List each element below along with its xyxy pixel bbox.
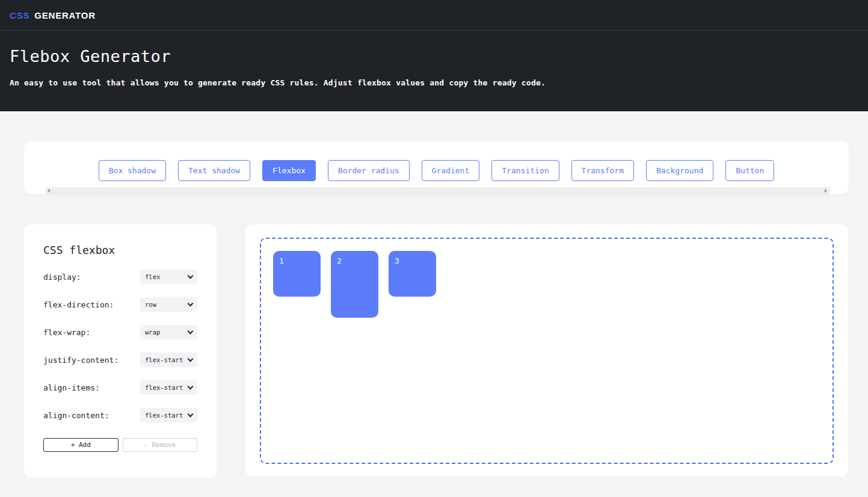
- flex-wrap-select[interactable]: wrap: [140, 325, 197, 339]
- tab-text-shadow[interactable]: Text shadow: [178, 160, 250, 181]
- chevron-down-icon: [188, 383, 194, 389]
- app-logo[interactable]: CSS GENERATOR: [10, 10, 96, 20]
- flexbox-preview-panel: 1 2 3: [245, 224, 848, 477]
- tab-border-radius[interactable]: Border radius: [328, 160, 410, 181]
- display-select-value: flex: [145, 273, 160, 280]
- chevron-down-icon: [188, 328, 194, 334]
- display-select[interactable]: flex: [140, 270, 197, 284]
- flex-preview-item-3[interactable]: 3: [389, 251, 436, 297]
- chevron-down-icon: [188, 356, 194, 362]
- align-content-label: align-content:: [43, 411, 109, 420]
- remove-item-button[interactable]: - Remove: [123, 438, 198, 452]
- control-row-align-items: align-items: flex-start: [43, 380, 197, 395]
- justify-content-select-value: flex-start: [145, 356, 183, 363]
- panel-title: CSS flexbox: [43, 244, 197, 256]
- logo-text-css: CSS: [10, 10, 29, 20]
- flex-preview-container: 1 2 3: [260, 238, 834, 464]
- flex-wrap-select-value: wrap: [145, 329, 160, 336]
- control-row-justify-content: justify-content: flex-start: [43, 353, 197, 367]
- align-items-select-value: flex-start: [145, 384, 183, 391]
- align-items-select[interactable]: flex-start: [140, 380, 197, 395]
- tabs-horizontal-scrollbar[interactable]: [45, 187, 830, 194]
- tab-button[interactable]: Button: [725, 160, 774, 181]
- control-row-flex-direction: flex-direction: row: [43, 297, 197, 312]
- tab-transition[interactable]: Transition: [491, 160, 559, 181]
- hero-section: Flebox Generator An easy to use tool tha…: [0, 31, 868, 111]
- control-row-align-content: align-content: flex-start: [43, 408, 197, 422]
- display-label: display:: [43, 273, 81, 282]
- scrollbar-left-arrow-icon[interactable]: [48, 189, 50, 193]
- justify-content-label: justify-content:: [43, 356, 119, 365]
- chevron-down-icon: [188, 300, 194, 306]
- generator-tab-row: Box shadow Text shadow Flexbox Border ra…: [24, 141, 849, 181]
- control-row-flex-wrap: flex-wrap: wrap: [43, 325, 197, 339]
- generator-tabs-card: Box shadow Text shadow Flexbox Border ra…: [24, 141, 849, 194]
- flex-wrap-label: flex-wrap:: [43, 328, 90, 337]
- add-item-button[interactable]: + Add: [43, 438, 119, 452]
- control-row-display: display: flex: [43, 270, 197, 284]
- flex-direction-label: flex-direction:: [43, 300, 114, 309]
- justify-content-select[interactable]: flex-start: [140, 353, 197, 367]
- flex-preview-item-2[interactable]: 2: [331, 251, 378, 318]
- scrollbar-right-arrow-icon[interactable]: [825, 189, 827, 193]
- page-title: Flebox Generator: [10, 47, 858, 66]
- flexbox-controls-panel: CSS flexbox display: flex flex-direction…: [24, 224, 217, 478]
- content-row: CSS flexbox display: flex flex-direction…: [24, 224, 848, 478]
- tab-transform[interactable]: Transform: [571, 160, 634, 181]
- align-items-label: align-items:: [43, 383, 100, 392]
- logo-text-generator: GENERATOR: [34, 10, 96, 20]
- align-content-select-value: flex-start: [145, 412, 183, 419]
- flex-direction-select[interactable]: row: [140, 297, 197, 312]
- chevron-down-icon: [188, 411, 194, 417]
- flex-direction-select-value: row: [145, 301, 156, 308]
- top-navbar: CSS GENERATOR: [0, 0, 868, 31]
- tab-flexbox[interactable]: Flexbox: [262, 160, 316, 181]
- tab-background[interactable]: Background: [646, 160, 713, 181]
- tab-gradient[interactable]: Gradient: [422, 160, 480, 181]
- main-content: Box shadow Text shadow Flexbox Border ra…: [0, 141, 868, 478]
- panel-buttons-row: + Add - Remove: [43, 438, 197, 452]
- chevron-down-icon: [188, 273, 194, 279]
- align-content-select[interactable]: flex-start: [140, 408, 197, 422]
- page-subtitle: An easy to use tool that allows you to g…: [10, 78, 858, 87]
- flex-preview-item-1[interactable]: 1: [273, 251, 321, 297]
- tab-box-shadow[interactable]: Box shadow: [99, 160, 166, 181]
